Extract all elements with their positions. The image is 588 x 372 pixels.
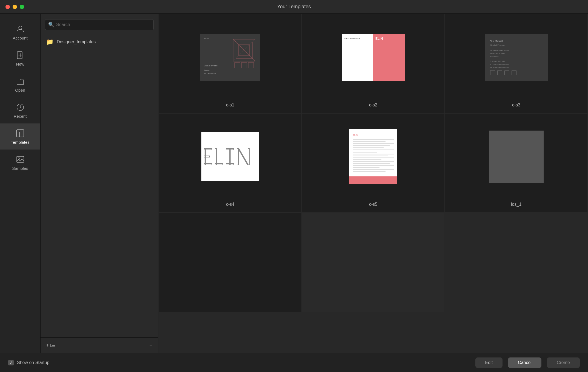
edit-button[interactable]: Edit: [475, 357, 503, 368]
sidebar-item-samples[interactable]: Samples: [0, 150, 40, 176]
svg-rect-31: [226, 164, 234, 165]
template-cell-cs4[interactable]: c-s4: [159, 114, 301, 212]
cs1-grid-pattern: [232, 38, 256, 74]
template-preview-cs3: Tom Meredith Head of Finances 24 New Cor…: [445, 14, 587, 100]
template-label-cs3: c-s3: [512, 103, 520, 108]
close-button[interactable]: [5, 5, 10, 9]
left-panel-bottom: + −: [41, 337, 158, 353]
cs4-logo-svg: [203, 146, 258, 168]
hierarchy-icon: [50, 343, 55, 347]
sidebar: Account New Open Recent Templates: [0, 14, 41, 353]
cs5-thumbnail: ELIN: [349, 129, 397, 184]
template-cell-empty-1: [159, 213, 301, 312]
new-document-icon: [15, 50, 25, 60]
template-label-cs1: c-s1: [226, 103, 234, 108]
cs3-thumbnail: Tom Meredith Head of Finances 24 New Cor…: [485, 34, 548, 81]
svg-rect-33: [248, 148, 249, 165]
template-preview-cs5: ELIN: [302, 114, 444, 200]
svg-line-34: [238, 148, 248, 165]
svg-rect-8: [17, 156, 24, 162]
sidebar-item-templates[interactable]: Templates: [0, 123, 40, 150]
folder-item-label: Designer_templates: [57, 40, 96, 44]
template-cell-cs5[interactable]: ELIN: [302, 114, 444, 212]
svg-rect-32: [237, 148, 238, 165]
person-icon: [15, 24, 25, 34]
show-on-startup-checkbox[interactable]: ✓: [8, 360, 14, 365]
template-icon: [15, 128, 25, 138]
svg-rect-20: [235, 63, 240, 68]
sidebar-item-label-samples: Samples: [12, 166, 28, 171]
cs4-thumbnail: [201, 132, 259, 181]
template-cell-cs3[interactable]: Tom Meredith Head of Finances 24 New Cor…: [445, 14, 587, 113]
window-title: Your Templates: [277, 4, 311, 10]
create-button[interactable]: Create: [547, 357, 580, 368]
template-label-cs4: c-s4: [226, 202, 234, 207]
sidebar-item-label-open: Open: [15, 88, 25, 92]
plus-icon: +: [46, 342, 49, 348]
content-area: Data Services Lorem 2019—2020: [158, 14, 588, 353]
svg-point-9: [18, 158, 20, 159]
svg-rect-21: [241, 63, 247, 68]
clock-icon: [15, 102, 25, 112]
template-cell-cs1[interactable]: Data Services Lorem 2019—2020: [159, 14, 301, 113]
sidebar-item-label-new: New: [16, 62, 24, 66]
cs1-thumbnail: Data Services Lorem 2019—2020: [200, 34, 260, 81]
show-on-startup-wrap[interactable]: ✓ Show on Startup: [8, 360, 49, 365]
template-label-ios1: ios_1: [511, 202, 521, 207]
folder-item-designer-templates[interactable]: 📁 Designer_templates: [41, 36, 158, 48]
sidebar-item-label-recent: Recent: [14, 114, 27, 119]
search-box: 🔍: [45, 19, 154, 30]
svg-rect-5: [17, 130, 24, 137]
sidebar-item-account[interactable]: Account: [0, 19, 40, 45]
sidebar-item-label-templates: Templates: [11, 140, 29, 145]
cs2-thumbnail: Job Completions ELIN: [342, 34, 405, 81]
template-label-cs5: c-s5: [369, 202, 377, 207]
traffic-lights: [5, 5, 24, 9]
main-layout: Account New Open Recent Templates: [0, 14, 588, 353]
folder-icon: [15, 76, 25, 86]
remove-folder-button[interactable]: −: [148, 341, 154, 350]
image-icon: [15, 154, 25, 164]
search-icon: 🔍: [48, 22, 54, 28]
svg-rect-22: [248, 63, 254, 68]
checkmark-icon: ✓: [9, 360, 13, 365]
svg-rect-25: [204, 156, 210, 157]
sidebar-item-recent[interactable]: Recent: [0, 97, 40, 123]
template-preview-cs4: [159, 114, 301, 200]
bottom-bar: ✓ Show on Startup Edit Cancel Create: [0, 353, 588, 372]
template-cell-cs2[interactable]: Job Completions ELIN c-s2: [302, 14, 444, 113]
cancel-button[interactable]: Cancel: [508, 357, 541, 368]
svg-point-0: [19, 26, 22, 29]
show-on-startup-label: Show on Startup: [17, 360, 49, 365]
template-label-cs2: c-s2: [369, 103, 377, 108]
svg-rect-30: [229, 148, 231, 165]
sidebar-item-label-account: Account: [13, 36, 27, 40]
template-preview-ios1: [445, 114, 587, 200]
search-input[interactable]: [45, 19, 154, 30]
folder-color-icon: 📁: [46, 38, 53, 46]
add-folder-button[interactable]: +: [45, 341, 56, 350]
sidebar-item-open[interactable]: Open: [0, 71, 40, 97]
template-cell-empty-2: [302, 213, 444, 312]
minimize-button[interactable]: [13, 5, 17, 9]
sidebar-item-new[interactable]: New: [0, 45, 40, 71]
maximize-button[interactable]: [20, 5, 24, 9]
minus-icon: −: [149, 342, 153, 348]
titlebar: Your Templates: [0, 0, 588, 14]
template-preview-cs2: Job Completions ELIN: [302, 14, 444, 100]
template-preview-cs1: Data Services Lorem 2019—2020: [159, 14, 301, 100]
folder-list: 📁 Designer_templates: [41, 33, 158, 337]
template-cell-ios1[interactable]: ios_1: [445, 114, 587, 212]
svg-rect-27: [215, 148, 216, 165]
ios1-thumbnail: [489, 131, 544, 183]
left-panel: 🔍 📁 Designer_templates +: [41, 14, 158, 353]
